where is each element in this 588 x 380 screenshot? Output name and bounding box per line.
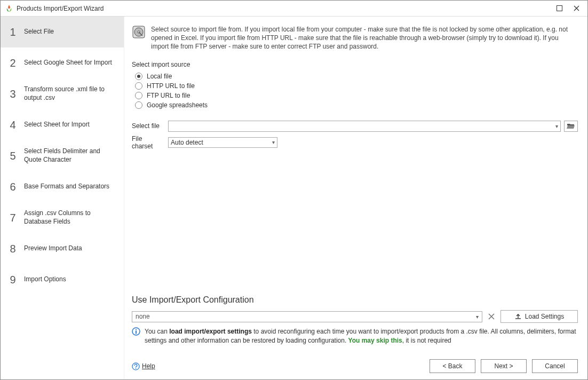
step-delimiter[interactable]: 5 Select Fields Delimiter and Quote Char…: [1, 140, 124, 171]
step-select-sheet[interactable]: 4 Select Sheet for Import: [1, 109, 124, 140]
step-number: 5: [7, 150, 19, 162]
step-transform-xml[interactable]: 3 Transform source .xml file to output .…: [1, 78, 124, 109]
info-text: Select source to import file from. If yo…: [151, 25, 578, 51]
charset-label: File charset: [132, 135, 165, 150]
step-number: 6: [7, 181, 19, 193]
help-label: Help: [142, 362, 155, 370]
step-select-file[interactable]: 1 Select File: [1, 17, 124, 48]
step-number: 7: [7, 212, 19, 224]
config-row: none ▾ Load Settings: [132, 310, 578, 323]
source-label: Select import source: [132, 61, 578, 68]
step-label: Base Formats and Separators: [24, 183, 109, 191]
config-section-title: Use Import/Export Configuration: [132, 295, 578, 305]
back-button[interactable]: < Back: [430, 359, 475, 373]
radio-ftp-url[interactable]: FTP URL to file: [135, 91, 578, 100]
step-label: Import Options: [24, 275, 66, 284]
help-link[interactable]: Help: [132, 362, 155, 370]
svg-rect-0: [557, 6, 562, 11]
wizard-content: Select source to import file from. If yo…: [124, 17, 587, 379]
radio-label: FTP URL to file: [147, 92, 190, 99]
step-number: 1: [7, 26, 19, 38]
radio-icon: [135, 101, 142, 109]
harddrive-icon: [132, 25, 146, 39]
clear-config-button[interactable]: [486, 311, 497, 322]
radio-label: Google spreadsheets: [147, 101, 208, 109]
step-label: Select File: [24, 28, 54, 36]
source-radio-group: Local file HTTP URL to file FTP URL to f…: [135, 72, 578, 110]
config-combo-value: none: [136, 313, 150, 320]
dropdown-icon: ▾: [555, 123, 558, 129]
maximize-button[interactable]: [555, 5, 563, 12]
step-label: Select Google Sheet for Import: [24, 59, 112, 67]
step-label: Select Fields Delimiter and Quote Charac…: [24, 147, 117, 164]
radio-local-file[interactable]: Local file: [135, 72, 578, 81]
file-row: Select file ▾: [132, 121, 578, 132]
dropdown-icon: ▾: [476, 314, 479, 320]
charset-select[interactable]: Auto detect ▾: [168, 137, 277, 148]
app-icon: [5, 4, 13, 13]
bottom-bar: Help < Back Next > Cancel: [132, 356, 578, 373]
config-combo[interactable]: none ▾: [132, 311, 482, 322]
step-preview[interactable]: 8 Preview Import Data: [1, 233, 124, 264]
radio-icon: [135, 73, 142, 80]
svg-rect-6: [136, 331, 137, 334]
radio-google-sheets[interactable]: Google spreadsheets: [135, 100, 578, 110]
wizard-sidebar: 1 Select File 2 Select Google Sheet for …: [1, 17, 124, 379]
titlebar: Products Import/Export Wizard: [1, 1, 587, 17]
step-label: Select Sheet for Import: [24, 121, 90, 129]
main-area: 1 Select File 2 Select Google Sheet for …: [1, 17, 587, 379]
radio-label: HTTP URL to file: [147, 82, 195, 90]
step-number: 3: [7, 88, 19, 100]
load-settings-label: Load Settings: [525, 313, 564, 320]
config-note-text: You can load import/export settings to a…: [145, 327, 578, 345]
maximize-icon: [557, 5, 562, 11]
charset-row: File charset Auto detect ▾: [132, 135, 578, 150]
file-input[interactable]: ▾: [168, 121, 561, 132]
dropdown-icon: ▾: [272, 139, 275, 145]
radio-http-url[interactable]: HTTP URL to file: [135, 81, 578, 91]
folder-open-icon: [567, 122, 575, 130]
step-assign-columns[interactable]: 7 Assign .csv Columns to Database Fields: [1, 202, 124, 233]
file-label: Select file: [132, 122, 165, 130]
step-label: Transform source .xml file to output .cs…: [24, 85, 117, 102]
info-box: Select source to import file from. If yo…: [132, 25, 578, 51]
radio-icon: [135, 82, 142, 90]
radio-icon: [135, 92, 142, 99]
help-icon: [132, 362, 140, 370]
step-label: Preview Import Data: [24, 244, 82, 253]
svg-point-8: [136, 368, 137, 369]
step-number: 2: [7, 57, 19, 69]
step-label: Assign .csv Columns to Database Fields: [24, 209, 117, 226]
step-number: 8: [7, 243, 19, 255]
close-button[interactable]: [573, 5, 580, 12]
window-title: Products Import/Export Wizard: [17, 5, 555, 12]
step-number: 9: [7, 274, 19, 286]
step-number: 4: [7, 119, 19, 131]
info-icon: [132, 327, 140, 336]
next-button[interactable]: Next >: [481, 359, 527, 373]
step-import-options[interactable]: 9 Import Options: [1, 264, 124, 295]
close-icon: [488, 313, 495, 320]
svg-point-5: [136, 329, 137, 330]
close-icon: [574, 5, 579, 11]
upload-icon: [514, 313, 522, 320]
charset-value: Auto detect: [171, 139, 203, 146]
browse-button[interactable]: [564, 121, 578, 132]
load-settings-button[interactable]: Load Settings: [500, 310, 578, 323]
step-google-sheet[interactable]: 2 Select Google Sheet for Import: [1, 48, 124, 78]
step-formats[interactable]: 6 Base Formats and Separators: [1, 171, 124, 202]
config-note: You can load import/export settings to a…: [132, 327, 578, 345]
cancel-button[interactable]: Cancel: [532, 359, 578, 373]
radio-label: Local file: [147, 73, 172, 80]
